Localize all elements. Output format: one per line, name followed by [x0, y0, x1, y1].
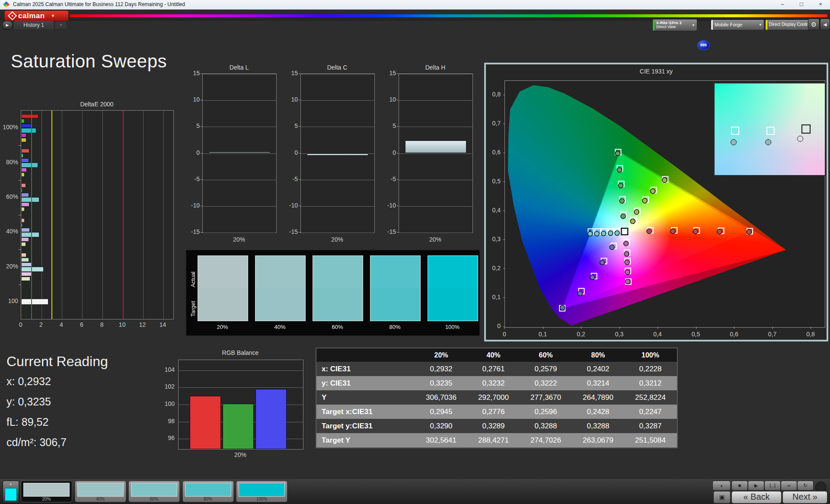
x-tick-label: 0 — [15, 321, 27, 328]
gridline — [163, 111, 164, 319]
gridline — [203, 180, 276, 180]
page-title: Saturation Sweeps — [11, 51, 167, 72]
inset-measured-circle — [797, 136, 803, 142]
swatch-label-40%: 40% — [255, 324, 305, 330]
pattern-swatch — [23, 483, 70, 497]
table-cell: 0,3235 — [415, 379, 467, 388]
table-row-target-x-cie31: Target x:CIE310,29450,27760,25960,24280,… — [316, 405, 677, 419]
y-tick-mark — [299, 206, 300, 206]
cie-1931-panel: CIE 1931 xy 00,10,20,30,40,50,60,70,8 00… — [484, 63, 828, 341]
next-button[interactable]: Next » — [782, 491, 827, 504]
y-tick-mark — [299, 100, 300, 100]
deltae-bar-100%-3 — [21, 128, 36, 133]
y-tick-label: -15 — [380, 228, 396, 235]
measured-point-yellow — [662, 178, 667, 182]
history-expand-button[interactable]: ▶ — [2, 21, 13, 30]
pattern-button-60%[interactable]: 60% — [128, 481, 180, 502]
gridline — [203, 100, 276, 101]
deltae-bar-60%-2 — [21, 193, 29, 197]
deltae-bar-60%-4 — [21, 202, 29, 207]
y-tick-label: -5 — [380, 175, 396, 182]
gridline — [399, 233, 472, 233]
pattern-swatch — [131, 483, 177, 497]
pattern-button-20%[interactable]: 20% — [21, 481, 72, 502]
refresh-icon: ↻ — [803, 483, 807, 488]
maximize-button[interactable]: □ — [792, 0, 811, 10]
loop-infinite-button[interactable]: ∞ — [781, 481, 797, 491]
chevron-up-icon: ▲ — [720, 484, 723, 488]
collapse-panel-button[interactable]: ◀ — [820, 19, 830, 30]
x-tick-mark — [504, 327, 505, 329]
table-cell: 0,3232 — [467, 379, 520, 388]
transport-expand-button[interactable]: ▲ — [712, 481, 731, 491]
deltae-bar-40%-2 — [21, 228, 30, 232]
pattern-preview-button[interactable]: ▲ — [3, 481, 19, 503]
y-tick-mark — [503, 297, 505, 298]
table-cell: 0,2945 — [415, 408, 467, 416]
gridline — [203, 233, 276, 233]
deltae-bar-40%-4 — [21, 237, 29, 242]
measured-point-red — [693, 229, 698, 234]
y-tick-mark — [201, 232, 202, 233]
close-button[interactable]: × — [811, 0, 830, 10]
interval-button[interactable]: [‥] — [764, 481, 781, 491]
delta-h-x-label: 20% — [399, 236, 472, 243]
gridline — [399, 74, 472, 74]
y-tick-mark — [503, 239, 505, 240]
y-tick-label: -5 — [282, 175, 298, 182]
y-tick-label: 0,7 — [488, 120, 501, 127]
table-cell: 292,7000 — [467, 393, 520, 402]
table-cell: 306,7036 — [415, 393, 467, 402]
column-header: 100% — [624, 351, 677, 359]
table-cell: 288,4271 — [467, 436, 520, 445]
swatch-actual-40% — [255, 255, 306, 288]
stop-button[interactable]: ■ — [731, 481, 748, 491]
table-cell: 0,2932 — [415, 365, 467, 373]
add-tab-button[interactable]: + — [55, 22, 67, 29]
gridline — [203, 74, 276, 74]
source-dropdown[interactable]: Mobile Forge ▼ — [711, 19, 764, 30]
gridline — [82, 111, 83, 319]
swatch-label-80%: 80% — [370, 324, 420, 330]
measured-point-cyan — [608, 231, 613, 236]
deltae-bar-20%-3 — [21, 267, 44, 272]
cie-x-ticks: 00,10,20,30,40,50,60,70,8 — [504, 329, 824, 338]
table-row-y-cie31: y: CIE310,32350,32320,32220,32140,3212 — [316, 376, 677, 390]
pattern-button-100%[interactable]: 100% — [236, 481, 287, 502]
y-tick-label: 5 — [184, 122, 200, 129]
swatch-target-80% — [370, 288, 421, 321]
reference-line-1 — [31, 111, 32, 319]
deltae-bar-60%-5 — [21, 207, 25, 211]
y-tick-label: 96 — [158, 434, 175, 441]
x-tick-label: 0,6 — [727, 331, 741, 338]
pattern-swatch — [185, 483, 231, 497]
y-tick-mark — [503, 211, 505, 211]
stop-icon: ■ — [738, 483, 741, 488]
minimize-button[interactable]: – — [773, 0, 792, 10]
play-button[interactable]: ▶ — [748, 481, 764, 491]
rgb-balance-chart: RGB Balance 9698100102104 20% — [152, 349, 312, 463]
measured-point-blue — [578, 291, 582, 296]
reading-y: y: 0,3235 — [6, 396, 51, 408]
tab-history-1[interactable]: History 1 — [14, 21, 54, 29]
y-tick-label: 0 — [488, 322, 501, 329]
x-tick-mark — [773, 327, 773, 329]
meter-dropdown[interactable]: X-Rite i1Pro 3 Direct View ▼ — [652, 19, 697, 31]
y-tick-mark — [503, 124, 505, 124]
pattern-label: 80% — [183, 497, 233, 501]
reference-line-10 — [123, 111, 124, 319]
settings-button[interactable]: ⚙ — [808, 19, 820, 30]
gridline — [301, 206, 374, 207]
gridline — [301, 100, 374, 101]
pattern-button-40%[interactable]: 40% — [75, 481, 126, 502]
app-icon — [3, 1, 10, 8]
refresh-button[interactable]: ↻ — [797, 481, 814, 491]
calman-menu-button[interactable]: calman ▼ — [4, 10, 69, 21]
deltae-group-label: 40% — [0, 228, 18, 235]
pattern-button-80%[interactable]: 80% — [182, 481, 234, 502]
back-button[interactable]: « Back — [731, 491, 782, 504]
deltae-bar-100%-5 — [21, 138, 26, 142]
y-tick-label: 15 — [282, 70, 298, 77]
stop-measure-button[interactable]: ▣ — [713, 491, 731, 504]
deltae-group-label: 100 — [0, 297, 18, 304]
